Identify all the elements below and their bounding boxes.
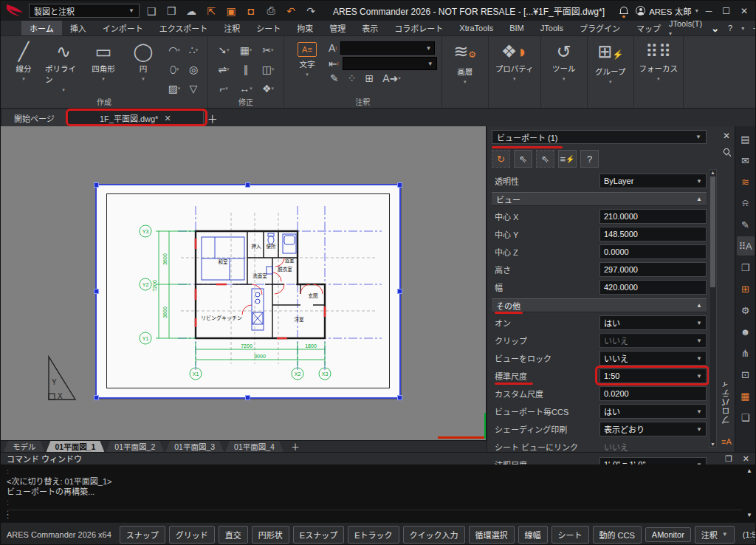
- grid-toggle[interactable]: グリッド: [169, 526, 215, 544]
- tools-button[interactable]: ↺ ツール▾: [546, 39, 583, 96]
- properties-button[interactable]: ❖◗ プロパティ▾: [493, 39, 536, 96]
- drawing-canvas[interactable]: Y3 Y2 Y1 X1 X2 X3 3600 3600 7200 7200 18: [1, 126, 487, 440]
- circle-button[interactable]: ◯ 円▾: [125, 39, 162, 96]
- cycle-select-toggle[interactable]: 循環選択: [469, 526, 515, 544]
- point-icon[interactable]: ∴▾: [184, 41, 203, 60]
- clipboard-palette-icon[interactable]: ❏: [737, 408, 755, 427]
- scroll-down-icon[interactable]: ▼: [746, 510, 752, 521]
- tab-constraints[interactable]: 拘束: [289, 21, 321, 35]
- layout-sheet[interactable]: Y3 Y2 Y1 X1 X2 X3 3600 3600 7200 7200 18: [97, 185, 399, 397]
- tab-annotate[interactable]: 注釈: [216, 21, 248, 35]
- shade-plot-select[interactable]: 表示どおり▼: [599, 422, 707, 436]
- standard-scale-select[interactable]: 1:50▼: [599, 369, 707, 383]
- panel-close-icon[interactable]: ✕: [723, 131, 730, 141]
- ortho-toggle[interactable]: 直交: [219, 526, 248, 544]
- ribbon-collapse-chevron-icon[interactable]: ⌄: [711, 23, 719, 34]
- notification-bell-icon[interactable]: [619, 7, 628, 16]
- custom-scale-field[interactable]: 0.0200▼: [599, 386, 707, 401]
- grip-bottom-mid[interactable]: [245, 395, 250, 400]
- offset-icon[interactable]: ∥: [235, 60, 257, 79]
- grip-top-right[interactable]: [397, 182, 402, 188]
- text-align-icon[interactable]: A➜▾: [382, 72, 401, 84]
- donut-icon[interactable]: ◎: [184, 60, 203, 79]
- arc-icon[interactable]: ◠▾: [165, 41, 184, 60]
- section-other[interactable]: その他▲: [492, 298, 707, 312]
- grip-mid-right[interactable]: [397, 289, 402, 294]
- command-close-button[interactable]: ✕: [743, 454, 749, 464]
- mirror-icon[interactable]: ◫▾: [257, 60, 279, 79]
- doc-minimize-button[interactable]: ─: [753, 24, 756, 32]
- reference-image-icon[interactable]: ⊡: [737, 365, 755, 384]
- structure-tree-icon[interactable]: ⋔: [737, 343, 755, 363]
- grip-bottom-right[interactable]: [397, 395, 402, 400]
- import-file-icon[interactable]: ⇱: [204, 4, 219, 18]
- grip-mid-left[interactable]: [94, 289, 99, 294]
- save-lock-icon[interactable]: ◘: [244, 4, 258, 18]
- ellipse-icon[interactable]: ⬯▾: [165, 60, 184, 79]
- on-select[interactable]: はい▼: [599, 315, 707, 330]
- center-x-field[interactable]: 210.0000▼: [599, 209, 707, 224]
- focus-button[interactable]: ⠿⠿ フォーカス▾: [639, 39, 678, 96]
- workspace-select[interactable]: 製図と注釈 ▼: [29, 4, 140, 18]
- multileader-icon[interactable]: ⁘: [348, 72, 357, 84]
- quick-select-icon[interactable]: ≡⚡: [558, 150, 577, 168]
- open-file-icon[interactable]: ❒: [164, 4, 179, 18]
- transparency-select[interactable]: ByLayer▼: [599, 174, 707, 188]
- sheet-tab-plan2[interactable]: 01平面図_2: [106, 441, 164, 452]
- tab-home[interactable]: ホーム: [21, 21, 62, 35]
- comments-palette-icon[interactable]: ✉: [737, 151, 755, 170]
- tab-manage[interactable]: 管理: [321, 21, 354, 35]
- maximize-button[interactable]: ☐: [722, 6, 730, 16]
- ai-assistant-icon[interactable]: ☻: [737, 322, 755, 341]
- command-window[interactable]: : <次に切り替え: 01平面図_1> ビューポートの再構築... : : : …: [1, 465, 755, 522]
- text-style-select[interactable]: ▼: [340, 41, 435, 55]
- scroll-up-icon[interactable]: ▲: [710, 170, 715, 175]
- move-icon[interactable]: ➘▾: [213, 41, 235, 60]
- layers-manager-icon[interactable]: ≋: [737, 172, 755, 191]
- doc-tab-drawing[interactable]: 1F_平面図.dwg* ✕: [67, 109, 204, 126]
- select-window-icon[interactable]: ⇖: [536, 150, 554, 168]
- polar-toggle[interactable]: 円形状: [252, 526, 289, 544]
- panel-scrollbar[interactable]: ▲ ▼: [709, 169, 717, 448]
- scroll-up-icon[interactable]: ▲: [746, 466, 752, 476]
- tab-insert[interactable]: 挿入: [62, 21, 94, 35]
- grip-bottom-left[interactable]: [94, 395, 99, 400]
- undo-icon[interactable]: ↶: [284, 4, 298, 18]
- esnap-toggle[interactable]: Eスナップ: [293, 526, 344, 544]
- tab-bim[interactable]: BIM: [501, 22, 532, 34]
- attributes-palette-icon[interactable]: ⠿A: [737, 236, 755, 256]
- add-sheet-button[interactable]: ＋: [285, 441, 306, 452]
- tab-import[interactable]: インポート: [94, 21, 151, 35]
- properties-panel-tab[interactable]: プロパティ: [721, 380, 732, 424]
- polyline-button[interactable]: ∿ ポリライン▾: [45, 39, 82, 96]
- help-icon[interactable]: ?: [580, 150, 599, 168]
- table-insert-icon[interactable]: ⊞: [365, 72, 374, 84]
- calculator-icon[interactable]: ⊞: [737, 279, 755, 298]
- section-view[interactable]: ビュー▲: [492, 192, 707, 206]
- layer-button[interactable]: ≋⚙ 画層▾: [447, 39, 484, 96]
- tab-plugins[interactable]: プラグイン: [571, 21, 628, 35]
- lock-view-select[interactable]: いいえ▼: [599, 351, 707, 366]
- erase-icon[interactable]: ✂▾: [257, 41, 279, 60]
- scroll-thumb[interactable]: [710, 176, 715, 287]
- pattern-icon[interactable]: ▦▾: [235, 41, 257, 60]
- tab-map[interactable]: マップ: [628, 21, 669, 35]
- etrack-toggle[interactable]: Eトラック: [348, 526, 399, 544]
- settings-info-icon[interactable]: ⚙: [737, 301, 755, 320]
- height-field[interactable]: 297.0000▼: [599, 262, 707, 277]
- print-icon[interactable]: ⎙: [264, 4, 278, 18]
- select-rotate-icon[interactable]: ↻: [492, 150, 510, 168]
- annotation-scale-button[interactable]: 注釈▼: [695, 526, 735, 544]
- help-button[interactable]: ?: [728, 24, 732, 32]
- sheet-tab-plan3[interactable]: 01平面図_3: [165, 441, 224, 452]
- snap-toggle[interactable]: スナップ: [120, 526, 165, 544]
- entity-type-select[interactable]: ビューポート (1) ▼: [492, 130, 707, 144]
- select-entities-icon[interactable]: ⇖: [514, 150, 532, 168]
- cloud-download-icon[interactable]: ☁: [184, 4, 199, 18]
- doc-tab-start-page[interactable]: 開始ページ: [2, 109, 67, 126]
- tab-sheet[interactable]: シート: [248, 21, 289, 35]
- grip-top-mid[interactable]: [245, 182, 250, 188]
- news-palette-icon[interactable]: ▤: [737, 129, 755, 148]
- sheet-set-folder-icon[interactable]: ❒: [737, 258, 755, 277]
- grip-top-left[interactable]: [94, 182, 99, 188]
